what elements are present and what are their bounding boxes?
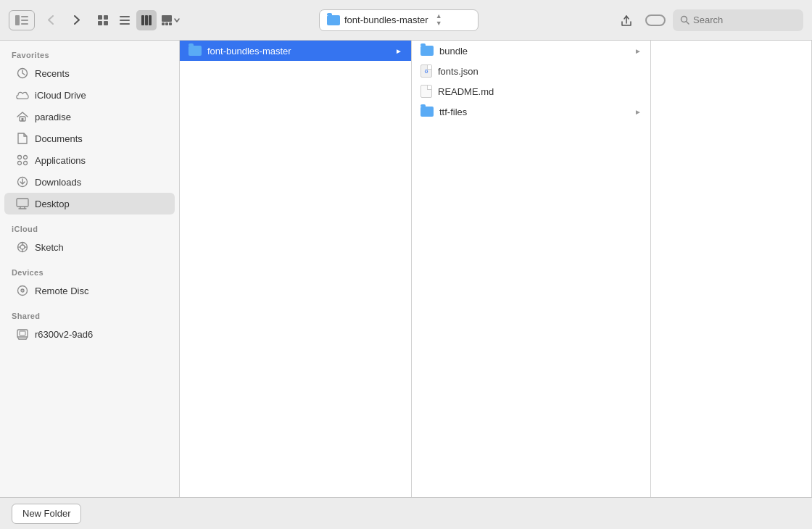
columns-area: font-bundles-master ► bundle ► {} fonts.… — [180, 41, 812, 497]
share-icon — [620, 13, 633, 28]
svg-rect-10 — [120, 23, 130, 25]
sidebar-item-paradise[interactable]: paradise — [4, 106, 175, 128]
svg-rect-9 — [120, 20, 130, 21]
md-file-icon — [420, 85, 432, 98]
file-name: README.md — [438, 86, 642, 97]
forward-icon — [74, 15, 80, 25]
sidebar-item-documents[interactable]: Documents — [4, 128, 175, 149]
icloud-label: iCloud — [0, 214, 179, 236]
sidebar-toggle-button[interactable] — [9, 10, 35, 30]
shared-device-label: r6300v2-9ad6 — [35, 329, 93, 340]
clock-icon — [16, 67, 29, 80]
list-item[interactable]: ttf-files ► — [412, 101, 650, 122]
sidebar-item-icloud-drive[interactable]: iCloud Drive — [4, 84, 175, 106]
column-3 — [651, 41, 812, 497]
gallery-view-button[interactable] — [158, 10, 183, 30]
list-item[interactable]: font-bundles-master ► — [180, 41, 411, 61]
icloud-drive-label: iCloud Drive — [35, 90, 86, 101]
sidebar-item-applications[interactable]: Applications — [4, 149, 175, 171]
remote-disc-label: Remote Disc — [35, 286, 88, 296]
list-item[interactable]: bundle ► — [412, 41, 650, 61]
icon-view-button[interactable] — [93, 10, 113, 30]
svg-line-20 — [687, 22, 689, 25]
svg-rect-30 — [17, 199, 28, 207]
chevron-right-icon: ► — [634, 108, 642, 116]
sidebar-item-recents[interactable]: Recents — [4, 62, 175, 84]
svg-rect-5 — [104, 15, 108, 20]
list-item[interactable]: README.md — [412, 81, 650, 101]
new-folder-button[interactable]: New Folder — [12, 504, 81, 524]
back-button[interactable] — [41, 10, 61, 30]
view-buttons — [93, 10, 183, 30]
list-view-icon — [119, 14, 130, 26]
svg-point-35 — [20, 245, 25, 249]
folder-icon — [188, 46, 202, 56]
svg-rect-44 — [20, 331, 25, 336]
location-folder-icon — [327, 15, 340, 25]
paradise-label: paradise — [35, 112, 71, 122]
sidebar: Favorites Recents iCloud Drive — [0, 41, 180, 497]
svg-rect-8 — [120, 16, 130, 17]
svg-rect-7 — [104, 21, 108, 25]
file-name: bundle — [439, 46, 629, 57]
recents-label: Recents — [35, 68, 70, 79]
svg-point-24 — [18, 156, 22, 159]
applications-label: Applications — [35, 155, 86, 166]
svg-point-42 — [22, 290, 23, 291]
location-name: font-bundles-master — [344, 14, 428, 25]
svg-rect-0 — [15, 15, 20, 25]
search-icon — [680, 15, 689, 25]
chevron-right-icon: ► — [395, 47, 402, 55]
main-area: Favorites Recents iCloud Drive — [0, 41, 812, 497]
column-1: font-bundles-master ► — [180, 41, 412, 497]
svg-rect-2 — [21, 20, 28, 21]
svg-rect-3 — [21, 23, 28, 25]
column-view-button[interactable] — [136, 10, 157, 30]
file-name: font-bundles-master — [207, 46, 389, 57]
search-bar[interactable] — [673, 9, 803, 31]
svg-rect-6 — [98, 21, 102, 25]
sidebar-item-downloads[interactable]: Downloads — [4, 171, 175, 193]
sketch-label: Sketch — [35, 242, 64, 253]
sidebar-toggle-icon — [15, 15, 28, 25]
doc-icon — [16, 132, 29, 145]
svg-rect-13 — [149, 15, 152, 25]
json-file-icon: {} — [420, 64, 432, 78]
share-button[interactable] — [615, 10, 638, 30]
devices-label: Devices — [0, 258, 179, 280]
sketch-icon — [16, 241, 29, 254]
svg-rect-15 — [162, 22, 165, 25]
gallery-dropdown-icon — [174, 17, 180, 23]
forward-button[interactable] — [67, 10, 87, 30]
sidebar-item-remote-disc[interactable]: Remote Disc — [4, 280, 175, 301]
sidebar-item-desktop[interactable]: Desktop — [4, 193, 175, 214]
svg-rect-4 — [98, 15, 102, 20]
chevron-right-icon: ► — [634, 47, 642, 55]
location-bar[interactable]: font-bundles-master ▲ ▼ — [319, 9, 478, 31]
file-name: ttf-files — [439, 107, 629, 117]
back-icon — [48, 15, 54, 25]
folder-icon — [420, 107, 434, 117]
folder-icon — [420, 46, 434, 56]
sidebar-item-shared-device[interactable]: r6300v2-9ad6 — [4, 323, 175, 345]
tag-oval-icon — [645, 14, 666, 26]
file-name: fonts.json — [438, 66, 642, 77]
list-item[interactable]: {} fonts.json — [412, 61, 650, 81]
svg-rect-23 — [22, 118, 24, 121]
svg-rect-17 — [169, 22, 172, 25]
downloads-label: Downloads — [35, 177, 81, 188]
favorites-label: Favorites — [0, 41, 179, 62]
gallery-view-icon — [161, 14, 173, 26]
list-view-button[interactable] — [115, 10, 135, 30]
search-input[interactable] — [693, 14, 795, 25]
desktop-label: Desktop — [35, 199, 70, 209]
svg-point-26 — [18, 162, 22, 165]
column-view-icon — [141, 14, 152, 26]
documents-label: Documents — [35, 133, 83, 144]
svg-point-27 — [24, 162, 28, 165]
home-icon — [16, 110, 29, 123]
sidebar-item-sketch[interactable]: Sketch — [4, 236, 175, 258]
svg-point-25 — [24, 156, 28, 159]
network-icon — [16, 328, 29, 341]
tag-button[interactable] — [644, 10, 667, 30]
